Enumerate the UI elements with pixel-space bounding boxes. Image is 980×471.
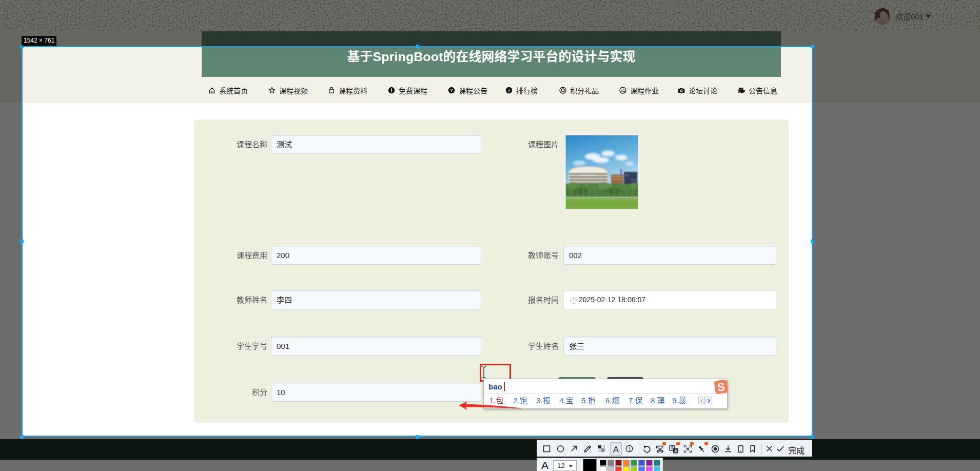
svg-text:A: A bbox=[613, 445, 619, 455]
svg-text:A: A bbox=[674, 448, 677, 454]
svg-text:1: 1 bbox=[628, 446, 631, 452]
